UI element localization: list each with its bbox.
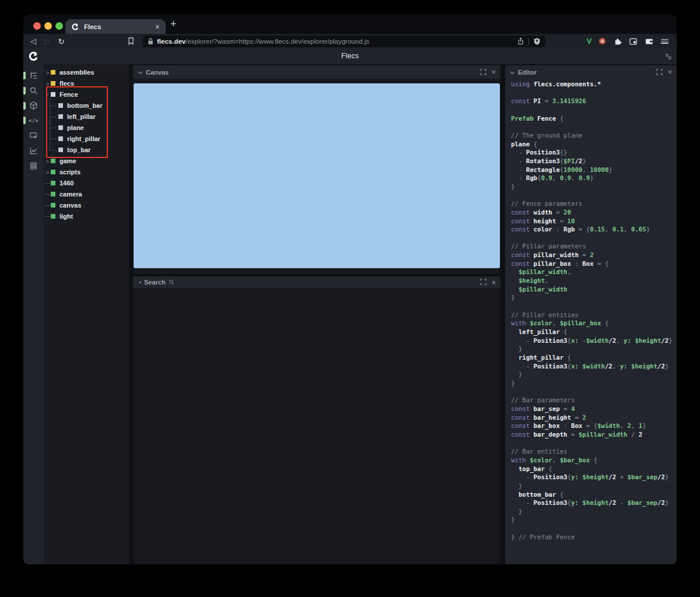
fullscreen-icon[interactable] bbox=[480, 277, 487, 287]
search-panel: Search × bbox=[133, 276, 501, 564]
back-icon[interactable]: ◁ bbox=[28, 34, 38, 48]
puzzle-extensions-icon[interactable] bbox=[612, 34, 624, 48]
tree-item-game[interactable]: >game bbox=[44, 156, 129, 167]
tree-item-bottom_bar[interactable]: bottom_bar bbox=[44, 100, 129, 111]
close-window-button[interactable] bbox=[33, 22, 41, 30]
canvas-viewport[interactable] bbox=[134, 83, 500, 268]
sidebar-toggle-icon[interactable] bbox=[627, 34, 639, 48]
rows-icon[interactable] bbox=[29, 161, 38, 171]
tree-item-assemblies[interactable]: >assemblies bbox=[44, 67, 129, 78]
zoom-window-button[interactable] bbox=[55, 22, 63, 30]
code-line: - Position3{y: $height/2 - $bar_sep/2} bbox=[511, 499, 677, 508]
search-icon[interactable] bbox=[29, 86, 38, 96]
tree-item-label: camera bbox=[60, 191, 82, 198]
code-line: } // Prefab Fence bbox=[511, 533, 677, 542]
tree-item-Fence[interactable]: >Fence bbox=[44, 89, 129, 100]
tree-item-1460[interactable]: 1460 bbox=[44, 178, 129, 189]
chevron-down-icon[interactable] bbox=[138, 67, 143, 78]
minimize-window-button[interactable] bbox=[44, 22, 52, 30]
browser-toolbar: ◁ ▷ ↻ flecs.dev /explorer/?wasm=https://… bbox=[23, 34, 677, 48]
browser-window: Flecs × + ◁ ▷ ↻ flecs.dev /explorer/?was… bbox=[23, 15, 677, 564]
close-icon[interactable]: × bbox=[491, 68, 496, 76]
tree-item-camera[interactable]: camera bbox=[44, 189, 129, 200]
brave-shield-icon[interactable] bbox=[533, 37, 541, 45]
inspector-icon[interactable] bbox=[29, 131, 38, 141]
code-line: } bbox=[511, 183, 677, 192]
tree-item-left_pillar[interactable]: left_pillar bbox=[44, 111, 129, 122]
tree-item-plane[interactable]: plane bbox=[44, 122, 129, 134]
entity-square bbox=[51, 192, 55, 196]
tree-item-label: Fence bbox=[60, 91, 78, 98]
code-line: const PI = 3.1415926 bbox=[511, 97, 677, 106]
close-icon[interactable]: × bbox=[667, 68, 672, 76]
code-editor[interactable]: using flecs.components.*const PI = 3.141… bbox=[511, 80, 677, 564]
code-line: $pillar_width, bbox=[511, 268, 677, 277]
editor-panel: Editor × using flecs.components.*const P… bbox=[505, 65, 677, 564]
fullscreen-icon[interactable] bbox=[656, 67, 663, 78]
wallet-icon[interactable] bbox=[643, 34, 655, 48]
code-line bbox=[511, 440, 677, 448]
code-line: } bbox=[511, 516, 677, 525]
code-line: - Position3{x: -$width/2, y: $height/2} bbox=[511, 337, 677, 346]
close-icon[interactable]: × bbox=[491, 279, 496, 286]
chevron-down-icon[interactable] bbox=[510, 67, 515, 78]
code-line: plane { bbox=[511, 141, 677, 149]
expand-arrow-icon[interactable]: > bbox=[44, 92, 51, 98]
code-line: // The ground plane bbox=[511, 132, 677, 141]
share-icon[interactable] bbox=[517, 37, 524, 45]
tree-item-flecs[interactable]: >flecs bbox=[44, 78, 129, 89]
code-line bbox=[511, 234, 677, 243]
chart-icon[interactable] bbox=[29, 146, 38, 156]
v-extension-icon[interactable]: V bbox=[583, 34, 595, 48]
forward-icon[interactable]: ▷ bbox=[42, 34, 52, 48]
code-line: const pillar_width = 2 bbox=[511, 251, 677, 260]
tree-item-label: right_pillar bbox=[67, 135, 100, 142]
tree-item-label: assemblies bbox=[60, 69, 94, 76]
code-line: Prefab Fence { bbox=[511, 115, 677, 124]
tree-item-right_pillar[interactable]: right_pillar bbox=[44, 134, 129, 145]
code-line: - Position3{} bbox=[511, 149, 677, 157]
reload-icon[interactable]: ↻ bbox=[56, 34, 66, 48]
tab-close-icon[interactable]: × bbox=[155, 23, 160, 31]
tree-item-light[interactable]: light bbox=[44, 211, 129, 222]
browser-tab-bar: Flecs × + bbox=[23, 15, 677, 34]
divider bbox=[528, 38, 529, 45]
code-line bbox=[511, 123, 677, 132]
code-line: } bbox=[511, 371, 677, 380]
browser-tab[interactable]: Flecs × bbox=[65, 19, 166, 34]
bullet-icon[interactable] bbox=[139, 282, 141, 283]
hierarchy-icon[interactable] bbox=[29, 71, 38, 80]
expand-arrow-icon[interactable]: > bbox=[44, 169, 51, 175]
link-icon[interactable] bbox=[664, 52, 673, 61]
code-line: // Pillar entities bbox=[511, 311, 677, 320]
code-icon[interactable]: </> bbox=[29, 115, 38, 125]
hex-extension-icon[interactable] bbox=[596, 34, 608, 48]
expand-arrow-icon[interactable]: > bbox=[44, 80, 51, 87]
tree-item-top_bar[interactable]: top_bar bbox=[44, 145, 129, 156]
entity-square bbox=[58, 103, 63, 108]
search-panel-body[interactable] bbox=[133, 288, 501, 564]
leaf-dash bbox=[44, 216, 51, 217]
panel-title: Search bbox=[144, 279, 166, 286]
url-path: /explorer/?wasm=https://www.flecs.dev/ex… bbox=[186, 38, 369, 45]
fullscreen-icon[interactable] bbox=[480, 67, 487, 78]
bookmark-icon[interactable] bbox=[125, 34, 136, 48]
code-line bbox=[511, 106, 677, 115]
new-tab-button[interactable]: + bbox=[170, 18, 177, 30]
code-line: // Fence parameters bbox=[511, 200, 677, 209]
tree-item-scripts[interactable]: >scripts bbox=[44, 167, 129, 178]
code-line: const color : Rgb = {0.15, 0.1, 0.05} bbox=[511, 226, 677, 234]
menu-icon[interactable] bbox=[661, 34, 673, 48]
active-indicator bbox=[23, 72, 26, 79]
expand-arrow-icon[interactable]: > bbox=[44, 69, 51, 76]
expand-arrow-icon[interactable]: > bbox=[44, 158, 51, 164]
code-line: // Bar entities bbox=[511, 448, 677, 456]
code-line: - Position3{x: $width/2, y: $height/2} bbox=[511, 363, 677, 371]
canvas-panel-header: Canvas × bbox=[133, 65, 501, 79]
tree-item-canvas[interactable]: canvas bbox=[44, 200, 129, 211]
cube-icon[interactable] bbox=[29, 101, 38, 111]
entity-square bbox=[58, 148, 63, 152]
main-content: </> bbox=[23, 64, 677, 564]
url-bar[interactable]: flecs.dev /explorer/?wasm=https://www.fl… bbox=[143, 36, 545, 47]
code-line: } bbox=[511, 508, 677, 517]
